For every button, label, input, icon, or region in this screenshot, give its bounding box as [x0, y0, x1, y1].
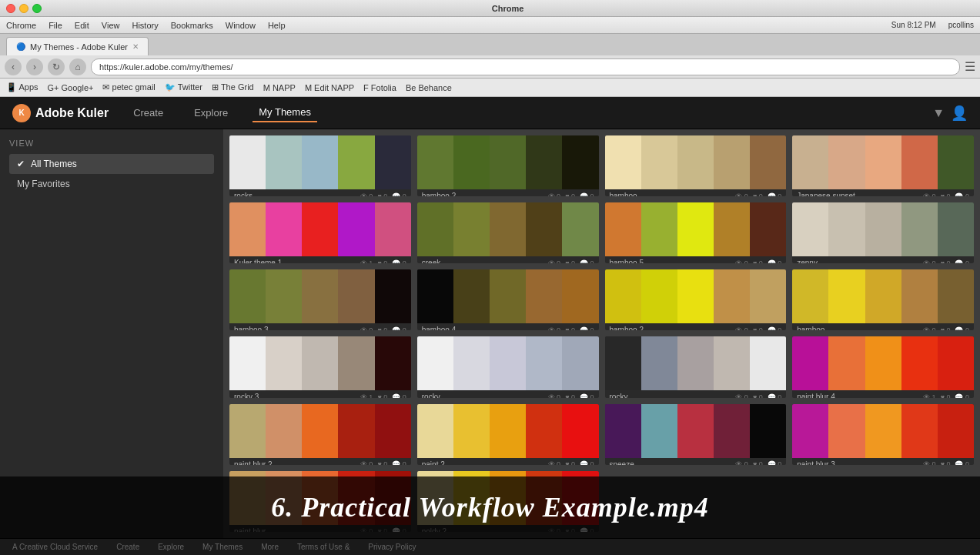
view-count: 👁 0	[548, 393, 561, 398]
window-controls[interactable]	[6, 4, 42, 13]
theme-stats: 👁 0 ♥ 0 💬 0	[735, 192, 781, 197]
bookmark-fotolia[interactable]: F Fotolia	[363, 83, 396, 92]
color-swatch	[828, 135, 865, 189]
active-tab[interactable]: 🔵 My Themes - Adobe Kuler ✕	[6, 37, 149, 55]
theme-card[interactable]: paint blur 4 👁 1 ♥ 0 💬 0	[792, 336, 974, 397]
color-swatch	[417, 135, 453, 189]
home-button[interactable]: ⌂	[69, 59, 86, 75]
color-swatch	[750, 202, 786, 256]
view-count: 👁 0	[735, 393, 748, 398]
theme-card[interactable]: paint blur 3 👁 0 ♥ 0 💬 0	[792, 404, 974, 465]
theme-card[interactable]: bamboo 2 👁 0 ♥ 0 💬 0	[605, 269, 787, 330]
bookmark-edit-napp[interactable]: M Edit NAPP	[305, 83, 354, 92]
bookmark-napp[interactable]: M NAPP	[263, 83, 296, 92]
color-swatch	[229, 202, 266, 256]
bookmark-the-grid[interactable]: ⊞ The Grid	[212, 82, 254, 92]
theme-stats: 👁 0 ♥ 0 💬 0	[923, 460, 969, 465]
kuler-nav-explore[interactable]: Explore	[188, 104, 234, 122]
video-overlay-text: 6. Practical Workflow Example.mp4	[271, 491, 709, 523]
color-swatch	[865, 336, 901, 390]
color-swatch	[375, 404, 411, 458]
theme-card[interactable]: sneeze 👁 0 ♥ 0 💬 0	[605, 404, 787, 465]
comment-count: 💬 0	[768, 259, 782, 264]
like-count: ♥ 0	[377, 326, 387, 331]
theme-card[interactable]: bamboo 4 👁 0 ♥ 0 💬 0	[417, 269, 599, 330]
menu-file[interactable]: File	[48, 21, 62, 30]
system-user: pcollins	[948, 21, 974, 29]
theme-card[interactable]: paint 2 👁 0 ♥ 0 💬 0	[417, 404, 599, 465]
address-input[interactable]: https://kuler.adobe.com/my/themes/	[91, 59, 960, 75]
user-avatar-icon[interactable]: 👤	[951, 105, 968, 122]
theme-card[interactable]: rocks 👁 0 ♥ 0 💬 0	[229, 135, 411, 196]
menu-bookmarks[interactable]: Bookmarks	[171, 21, 213, 30]
theme-card[interactable]: bamboo 2 👁 0 ♥ 0 💬 0	[417, 135, 599, 196]
kuler-header: K Adobe Kuler Create Explore My Themes ▼…	[0, 97, 980, 129]
close-button[interactable]	[6, 4, 15, 13]
comment-count: 💬 0	[392, 393, 406, 398]
theme-card[interactable]: bamboo 👁 0 ♥ 0 💬 0	[792, 269, 974, 330]
theme-card[interactable]: Japanese sunset 👁 0 ♥ 0 💬 0	[792, 135, 974, 196]
menu-icon[interactable]: ☰	[965, 59, 975, 74]
footer-terms-link[interactable]: Terms of Use &	[297, 543, 350, 551]
color-swatch	[750, 135, 786, 189]
theme-card[interactable]: bamboo 👁 0 ♥ 0 💬 0	[605, 135, 787, 196]
bookmark-behance[interactable]: Be Behance	[406, 83, 452, 92]
theme-card[interactable]: rocky 👁 0 ♥ 0 💬 0	[605, 336, 787, 397]
theme-stats: 👁 0 ♥ 0 💬 0	[923, 192, 969, 197]
tab-close-icon[interactable]: ✕	[132, 42, 139, 51]
comment-count: 💬 0	[392, 326, 406, 331]
back-button[interactable]: ‹	[5, 59, 22, 75]
theme-stats: 👁 0 ♥ 0 💬 0	[923, 259, 969, 264]
footer-my-themes-link[interactable]: My Themes	[202, 543, 242, 551]
color-swatch	[229, 135, 266, 189]
theme-card[interactable]: paint blur 2 👁 0 ♥ 0 💬 0	[229, 404, 411, 465]
color-swatch	[901, 135, 938, 189]
footer-explore-link[interactable]: Explore	[158, 543, 184, 551]
maximize-button[interactable]	[32, 4, 42, 13]
comment-count: 💬 0	[392, 259, 406, 264]
comment-count: 💬 0	[580, 259, 594, 264]
color-swatch	[453, 269, 490, 323]
menu-view[interactable]: View	[102, 21, 120, 30]
theme-card[interactable]: zenny 👁 0 ♥ 0 💬 0	[792, 202, 974, 263]
kuler-nav-my-themes[interactable]: My Themes	[253, 103, 317, 122]
all-themes-check-icon: ✔	[17, 159, 25, 169]
footer-more-link[interactable]: More	[261, 543, 279, 551]
reload-button[interactable]: ↻	[48, 59, 65, 75]
color-swatch	[417, 269, 453, 323]
menu-edit[interactable]: Edit	[75, 21, 89, 30]
menu-help[interactable]: Help	[268, 21, 286, 30]
kuler-nav-create[interactable]: Create	[127, 104, 169, 122]
menu-window[interactable]: Window	[226, 21, 256, 30]
bookmark-apps[interactable]: 📱 Apps	[6, 82, 38, 92]
color-swatch	[828, 336, 865, 390]
color-swatch	[338, 269, 374, 323]
color-swatch	[714, 404, 750, 458]
bookmark-petec-gmail[interactable]: ✉ petec gmail	[102, 82, 155, 92]
color-swatch	[641, 202, 677, 256]
menu-chrome[interactable]: Chrome	[6, 21, 36, 30]
theme-stats: 👁 1 ♥ 0 💬 0	[360, 393, 406, 398]
sidebar-item-all-themes[interactable]: ✔ All Themes	[9, 154, 214, 174]
theme-swatches	[229, 336, 411, 390]
color-swatch	[938, 135, 974, 189]
footer-privacy-link[interactable]: Privacy Policy	[368, 543, 416, 551]
theme-card[interactable]: bamboo 5 👁 0 ♥ 0 💬 0	[605, 202, 787, 263]
copyright-text: A Creative Cloud Service	[12, 543, 98, 551]
menu-history[interactable]: History	[132, 21, 158, 30]
theme-card[interactable]: bamboo 3 👁 0 ♥ 0 💬 0	[229, 269, 411, 330]
sidebar-item-my-favorites[interactable]: My Favorites	[9, 174, 214, 194]
user-menu-icon[interactable]: ▼	[932, 106, 945, 120]
minimize-button[interactable]	[19, 4, 28, 13]
theme-card[interactable]: creek 👁 0 ♥ 0 💬 0	[417, 202, 599, 263]
color-swatch	[229, 336, 266, 390]
theme-card[interactable]: rocky 3 👁 1 ♥ 0 💬 0	[229, 336, 411, 397]
bookmark-twitter[interactable]: 🐦 Twitter	[165, 82, 202, 92]
bookmark-google-plus[interactable]: G+ Google+	[48, 83, 94, 92]
theme-swatches	[605, 336, 787, 390]
theme-card[interactable]: Kuler theme 1 👁 1 ♥ 0 💬 0	[229, 202, 411, 263]
footer-create-link[interactable]: Create	[116, 543, 139, 551]
forward-button[interactable]: ›	[26, 59, 43, 75]
theme-card[interactable]: rocky 👁 0 ♥ 0 💬 0	[417, 336, 599, 397]
theme-swatches	[792, 336, 974, 390]
